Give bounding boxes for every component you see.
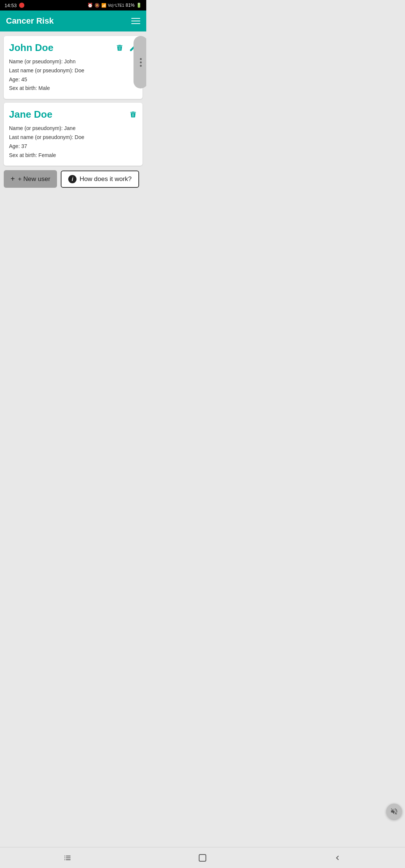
- time-display: 14:53: [4, 3, 17, 8]
- signal-icon: Vo)⁺LTE1: [108, 3, 124, 7]
- battery-display: 81%: [126, 3, 135, 8]
- scrollbar-handle[interactable]: [134, 36, 146, 88]
- action-buttons-row: + + New user i How does it work?: [4, 170, 142, 188]
- user-info-john: Name (or pseudonym): John Last name (or …: [9, 57, 137, 93]
- alarm-icon: ⏰: [87, 3, 93, 8]
- john-age-label: Age: 45: [9, 75, 137, 84]
- user-card-jane-doe: Jane Doe Name (or pseudonym): Jane Last …: [4, 103, 142, 166]
- user-info-jane: Name (or pseudonym): Jane Last name (or …: [9, 124, 137, 160]
- record-indicator: [19, 3, 24, 8]
- john-name-label: Name (or pseudonym): John: [9, 57, 137, 66]
- user-actions-jane: [129, 111, 137, 119]
- status-bar-left: 14:53: [4, 3, 24, 8]
- jane-sex-label: Sex at birth: Female: [9, 151, 137, 160]
- delete-john-button[interactable]: [116, 44, 124, 52]
- delete-jane-button[interactable]: [129, 111, 137, 119]
- user-name-jane[interactable]: Jane Doe: [9, 109, 52, 120]
- scroll-dot-1: [140, 58, 142, 60]
- new-user-button[interactable]: + + New user: [4, 170, 57, 188]
- john-lastname-label: Last name (or pseudonym): Doe: [9, 66, 137, 75]
- scroll-dot-2: [140, 61, 142, 63]
- status-bar-right: ⏰ 🔕 📶 Vo)⁺LTE1 81% 🔋: [87, 3, 142, 8]
- content-area: John Doe Name (or pseudonym): John Last …: [0, 31, 146, 192]
- battery-icon: 🔋: [136, 3, 142, 8]
- jane-name-label: Name (or pseudonym): Jane: [9, 124, 137, 133]
- app-title: Cancer Risk: [6, 16, 54, 26]
- how-works-label: How does it work?: [80, 175, 132, 183]
- status-bar: 14:53 ⏰ 🔕 📶 Vo)⁺LTE1 81% 🔋: [0, 0, 146, 10]
- john-sex-label: Sex at birth: Male: [9, 84, 137, 93]
- user-card-header-jane: Jane Doe: [9, 109, 137, 120]
- plus-icon: +: [10, 175, 15, 183]
- user-card-john-doe: John Doe Name (or pseudonym): John Last …: [4, 36, 142, 99]
- scroll-dot-3: [140, 65, 142, 67]
- jane-age-label: Age: 37: [9, 142, 137, 151]
- app-bar: Cancer Risk: [0, 10, 146, 31]
- jane-lastname-label: Last name (or pseudonym): Doe: [9, 133, 137, 142]
- info-circle-icon: i: [68, 175, 76, 183]
- scrollbar-dots: [140, 58, 142, 67]
- new-user-label: + New user: [18, 175, 50, 183]
- wifi-icon: 📶: [101, 3, 106, 8]
- how-does-it-work-button[interactable]: i How does it work?: [61, 171, 139, 188]
- user-name-john[interactable]: John Doe: [9, 42, 53, 54]
- user-card-header-john: John Doe: [9, 42, 137, 54]
- hamburger-menu-button[interactable]: [131, 18, 140, 24]
- mute-icon: 🔕: [94, 3, 100, 8]
